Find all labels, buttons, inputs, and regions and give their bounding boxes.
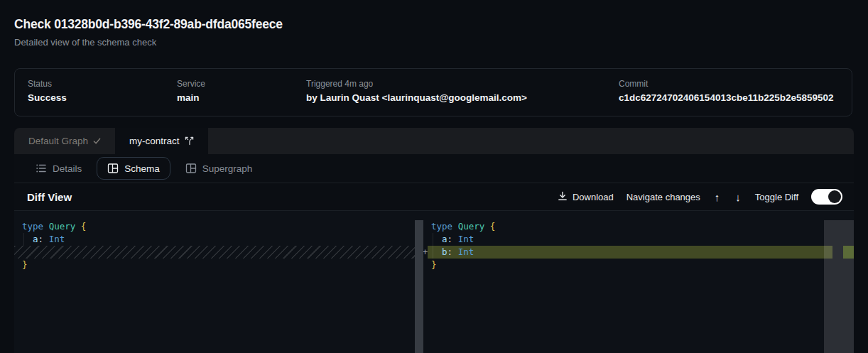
code-line: a: Int xyxy=(431,233,495,246)
indent-guide xyxy=(23,233,24,246)
toggle-diff-switch[interactable] xyxy=(811,189,842,205)
arrow-down-icon: ↓ xyxy=(735,191,741,203)
check-detail-panel: Default Graph my-contract xyxy=(14,128,854,353)
tab-supergraph[interactable]: Supergraph xyxy=(177,157,261,180)
check-icon xyxy=(93,137,101,145)
view-tab-bar: Details Schema Supergraph xyxy=(14,154,854,183)
triggered-value: by Laurin Quast <laurinquast@googlemail.… xyxy=(306,92,527,103)
page-subtitle: Detailed view of the schema check xyxy=(14,37,156,48)
tab-schema[interactable]: Schema xyxy=(97,157,170,180)
panels-icon xyxy=(185,163,197,174)
page-title: Check 01328b0d-b396-43f2-89ab-dfda065fee… xyxy=(14,17,283,32)
previous-change-button[interactable]: ↑ xyxy=(713,191,722,203)
tab-label: Schema xyxy=(124,163,160,174)
service-value: main xyxy=(177,92,205,103)
service-label: Service xyxy=(177,79,205,89)
diff-right-pane[interactable]: type Query { a: Int b: Int} xyxy=(431,220,495,271)
diff-left-pane[interactable]: type Query { a: Int} xyxy=(22,220,86,271)
contract-tab-default-graph[interactable]: Default Graph xyxy=(14,128,115,154)
diff-editor: + type Query { a: Int} type Query { a: I… xyxy=(14,211,854,353)
switch-knob xyxy=(828,190,841,203)
status-label: Status xyxy=(28,79,67,89)
tab-label: Supergraph xyxy=(202,163,253,174)
list-icon xyxy=(36,163,47,174)
contract-tab-strip: Default Graph my-contract xyxy=(14,128,854,154)
download-icon xyxy=(558,191,568,203)
status-value: Success xyxy=(28,92,67,103)
code-line-added: b: Int xyxy=(431,246,495,259)
code-line: type Query { xyxy=(22,220,86,233)
code-line: } xyxy=(22,259,86,271)
navigate-changes-button[interactable]: Navigate changes xyxy=(626,192,700,202)
contract-tab-label: Default Graph xyxy=(28,136,88,146)
download-button[interactable]: Download xyxy=(558,191,614,203)
summary-field-triggered: Triggered 4m ago by Laurin Quast <laurin… xyxy=(306,79,527,103)
left-scrollbar[interactable] xyxy=(415,220,423,353)
split-icon xyxy=(185,136,194,146)
contract-tab-my-contract[interactable]: my-contract xyxy=(115,128,208,154)
download-label: Download xyxy=(573,192,614,202)
summary-field-status: Status Success xyxy=(28,79,67,103)
tab-details[interactable]: Details xyxy=(27,157,90,180)
navigate-changes-label: Navigate changes xyxy=(626,192,700,202)
commit-value: c1dc62724702406154013cbe11b225b2e5859502 xyxy=(619,92,834,103)
toggle-diff-label: Toggle Diff xyxy=(755,192,798,202)
code-line: type Query { xyxy=(431,220,495,233)
summary-field-commit: Commit c1dc62724702406154013cbe11b225b2e… xyxy=(619,79,834,103)
diff-toolbar: Diff View Download Navigate changes ↑ ↓ … xyxy=(14,183,854,211)
summary-card: Status Success Service main Triggered 4m… xyxy=(14,68,852,116)
arrow-up-icon: ↑ xyxy=(715,191,720,203)
right-scrollbar[interactable] xyxy=(824,220,854,353)
code-line: } xyxy=(431,259,495,271)
diff-view-title: Diff View xyxy=(14,191,72,203)
overview-ruler-insert-marker xyxy=(843,246,854,259)
commit-label: Commit xyxy=(619,79,834,89)
contract-tab-label: my-contract xyxy=(129,136,180,146)
code-line-placeholder xyxy=(22,246,86,259)
summary-field-service: Service main xyxy=(177,79,205,103)
panels-icon xyxy=(107,163,119,174)
next-change-button[interactable]: ↓ xyxy=(734,191,742,203)
tab-label: Details xyxy=(53,163,82,174)
code-line: a: Int xyxy=(22,233,86,246)
triggered-label: Triggered 4m ago xyxy=(306,79,527,89)
